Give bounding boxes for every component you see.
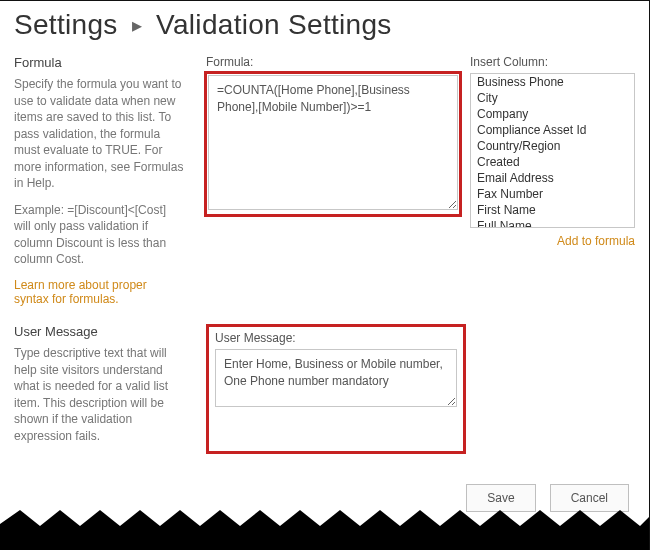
section-user-message: User Message Type descriptive text that … xyxy=(14,324,635,454)
formula-input[interactable] xyxy=(208,75,458,210)
column-option[interactable]: Country/Region xyxy=(471,138,634,154)
formula-desc1: Specify the formula you want to use to v… xyxy=(14,76,184,192)
column-option[interactable]: Company xyxy=(471,106,634,122)
insert-column-label: Insert Column: xyxy=(470,55,635,69)
column-option[interactable]: Compliance Asset Id xyxy=(471,122,634,138)
syntax-help-link[interactable]: Learn more about proper syntax for formu… xyxy=(14,278,147,306)
add-to-formula-link[interactable]: Add to formula xyxy=(557,234,635,248)
usermsg-heading: User Message xyxy=(14,324,184,339)
torn-edge-decoration xyxy=(0,506,650,550)
column-option[interactable]: Fax Number xyxy=(471,186,634,202)
column-option[interactable]: First Name xyxy=(471,202,634,218)
formula-heading: Formula xyxy=(14,55,184,70)
breadcrumb-validation: Validation Settings xyxy=(156,9,392,40)
section-formula: Formula Specify the formula you want to … xyxy=(14,55,635,306)
breadcrumb-settings[interactable]: Settings xyxy=(14,9,118,40)
column-option[interactable]: Full Name xyxy=(471,218,634,228)
column-option[interactable]: Business Phone xyxy=(471,74,634,90)
column-option[interactable]: Email Address xyxy=(471,170,634,186)
usermsg-field-label: User Message: xyxy=(215,331,457,345)
formula-field-label: Formula: xyxy=(206,55,460,69)
usermsg-input[interactable] xyxy=(215,349,457,407)
formula-desc2: Example: =[Discount]<[Cost] will only pa… xyxy=(14,202,184,268)
column-option[interactable]: City xyxy=(471,90,634,106)
column-option[interactable]: Created xyxy=(471,154,634,170)
usermsg-desc: Type descriptive text that will help sit… xyxy=(14,345,184,444)
page-title: Settings ▸ Validation Settings xyxy=(14,9,635,41)
insert-column-list[interactable]: Business PhoneCityCompanyCompliance Asse… xyxy=(470,73,635,228)
chevron-right-icon: ▸ xyxy=(132,14,142,36)
